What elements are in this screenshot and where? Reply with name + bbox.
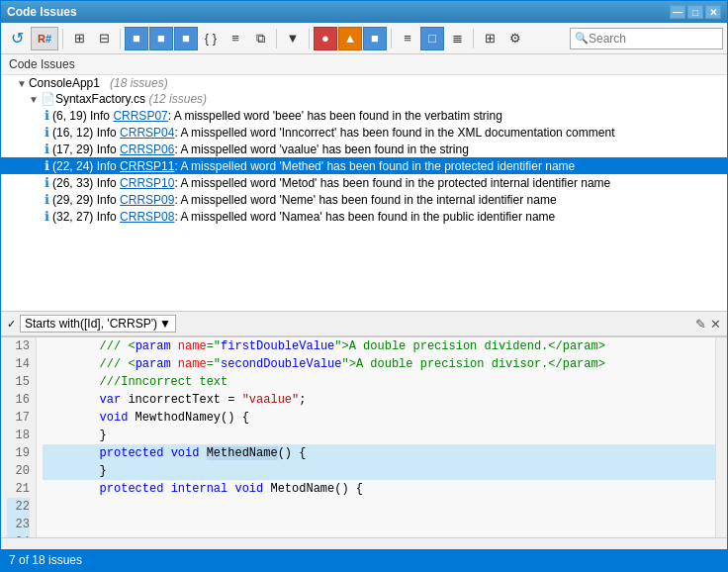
code-panel: 13 14 15 16 17 18 19 20 21 22 23 24 25 2… — [1, 336, 727, 549]
filter-button[interactable]: ▼ — [281, 27, 305, 50]
view-btn-5[interactable]: ≡ — [224, 27, 247, 50]
resharper-button[interactable]: R# — [31, 27, 58, 50]
close-button[interactable]: ✕ — [705, 5, 721, 19]
file-count: (12 issues) — [148, 92, 207, 106]
filter-label: Starts with([Id], 'CRRSP') — [25, 317, 157, 331]
view-btn-6[interactable]: ⧉ — [248, 27, 272, 50]
code-line-24: } — [43, 462, 715, 480]
code-line-22: protected void MethedName() { — [43, 444, 715, 462]
issue-row-2[interactable]: ℹ (17, 29) Info CRRSP06 : A misspelled w… — [1, 141, 727, 157]
issue-code-2[interactable]: CRRSP06 — [120, 143, 174, 156]
view-btn-1[interactable]: ■ — [125, 27, 148, 50]
filter-dropdown-arrow: ▼ — [159, 317, 171, 331]
sep2 — [120, 29, 121, 48]
issue-level-5: Info — [97, 193, 120, 207]
info-icon-2: ℹ — [45, 142, 49, 156]
filter-bar: ✓ Starts with([Id], 'CRRSP') ▼ ✎ ✕ — [1, 311, 727, 336]
issue-code-6[interactable]: CRRSP08 — [120, 210, 174, 224]
filter-check: ✓ — [7, 318, 16, 331]
issue-text-2: : A misspelled word 'vaalue' has been fo… — [174, 143, 468, 156]
code-line-13: /// <param name="firstDoubleValue">A dou… — [43, 337, 715, 355]
issue-text-4: : A misspelled word 'Metod' has been fou… — [174, 176, 610, 190]
search-box: 🔍 — [570, 28, 723, 49]
vertical-scrollbar[interactable] — [715, 337, 727, 537]
minimize-button[interactable]: — — [670, 5, 685, 19]
issue-location-0: (6, 19) — [52, 109, 90, 123]
sep3 — [276, 29, 277, 48]
layout-btn-2[interactable]: □ — [420, 27, 444, 50]
issue-text-6: : A misspelled word 'Namea' has been fou… — [174, 210, 555, 224]
sep6 — [473, 29, 474, 48]
info-icon-4: ℹ — [45, 175, 49, 190]
code-line-14: /// <param name="secondDoubleValue">A do… — [43, 355, 715, 373]
issue-location-5: (29, 29) — [52, 193, 97, 207]
issue-code-3[interactable]: CRRSP11 — [120, 159, 174, 173]
issue-code-0[interactable]: CRRSP07 — [113, 109, 167, 123]
warning-button[interactable]: ▲ — [338, 27, 362, 50]
file-arrow: ▼ — [29, 94, 39, 105]
issue-text-1: : A misspelled word 'Inncorrect' has bee… — [174, 126, 614, 140]
issue-location-3: (22, 24) — [52, 159, 97, 173]
issue-row-0[interactable]: ℹ (6, 19) Info CRRSP07 : A misspelled wo… — [1, 107, 727, 124]
issue-code-1[interactable]: CRRSP04 — [120, 126, 174, 140]
issue-level-4: Info — [97, 176, 120, 190]
issue-text-0: : A misspelled word 'beee' has been foun… — [168, 109, 502, 123]
code-line-16: ///Inncorrect text — [43, 373, 715, 391]
refresh-button[interactable]: ↺ — [5, 27, 29, 50]
view-btn-2[interactable]: ■ — [149, 27, 173, 50]
tree-root[interactable]: ▼ ConsoleApp1 (18 issues) — [1, 75, 727, 91]
prev-button[interactable]: ⊞ — [67, 27, 91, 50]
status-text: 7 of 18 issues — [9, 553, 82, 567]
issue-code-4[interactable]: CRRSP10 — [120, 176, 174, 190]
filter-edit-button[interactable]: ✎ — [695, 317, 706, 332]
layout-buttons: ≡ □ ≣ — [396, 27, 469, 50]
view-btn-4[interactable]: { } — [199, 27, 223, 50]
next-button[interactable]: ⊟ — [92, 27, 116, 50]
issues-panel[interactable]: ▼ ConsoleApp1 (18 issues) ▼ 📄 SyntaxFact… — [1, 75, 727, 311]
error-button[interactable]: ● — [314, 27, 337, 50]
issue-row-1[interactable]: ℹ (16, 12) Info CRRSP04 : A misspelled w… — [1, 124, 727, 141]
filter-actions: ✎ ✕ — [695, 317, 721, 332]
export-button[interactable]: ⊞ — [478, 27, 501, 50]
issue-level-2: Info — [97, 143, 120, 156]
info-icon-3: ℹ — [45, 158, 49, 173]
info-icon-6: ℹ — [45, 209, 49, 224]
issue-code-5[interactable]: CRRSP09 — [120, 193, 174, 207]
tree-file[interactable]: ▼ 📄 SyntaxFactory.cs (12 issues) — [1, 91, 727, 107]
search-input[interactable] — [589, 32, 707, 46]
view-btn-3[interactable]: ■ — [174, 27, 198, 50]
filter-dropdown[interactable]: Starts with([Id], 'CRRSP') ▼ — [20, 315, 176, 333]
code-lines: /// <param name="firstDoubleValue">A dou… — [37, 337, 715, 537]
gear-button[interactable]: ⚙ — [503, 27, 527, 50]
issue-row-5[interactable]: ℹ (29, 29) Info CRRSP09 : A misspelled w… — [1, 191, 727, 208]
issue-row-6[interactable]: ℹ (32, 27) Info CRRSP08 : A misspelled w… — [1, 208, 727, 225]
horizontal-scrollbar[interactable] — [1, 537, 727, 549]
title-bar-buttons: — □ ✕ — [670, 5, 721, 19]
info-icon-5: ℹ — [45, 192, 49, 207]
code-line-26: protected internal void MetodName() { — [43, 480, 715, 498]
root-arrow: ▼ — [17, 78, 27, 89]
layout-btn-1[interactable]: ≡ — [396, 27, 419, 50]
code-line-20: } — [43, 427, 715, 444]
file-label: SyntaxFactory.cs — [55, 92, 145, 106]
nav-buttons: ⊞ ⊟ — [67, 27, 116, 50]
issue-text-3: : A misspelled word 'Methed' has been fo… — [174, 159, 575, 173]
toolbar: ↺ R# ⊞ ⊟ ■ ■ ■ { } ≡ ⧉ ▼ ● ▲ ■ ≡ □ ≣ — [1, 23, 727, 54]
code-content[interactable]: 13 14 15 16 17 18 19 20 21 22 23 24 25 2… — [1, 337, 727, 537]
code-line-17: var incorrectText = "vaalue"; — [43, 391, 715, 409]
issue-row-4[interactable]: ℹ (26, 33) Info CRRSP10 : A misspelled w… — [1, 174, 727, 191]
layout-btn-3[interactable]: ≣ — [445, 27, 469, 50]
issue-level-1: Info — [97, 126, 120, 140]
severity-buttons: ● ▲ ■ — [314, 27, 387, 50]
title-text: Code Issues — [7, 5, 670, 19]
section-header: Code Issues — [1, 54, 727, 75]
filter-close-button[interactable]: ✕ — [710, 317, 721, 332]
line-numbers: 13 14 15 16 17 18 19 20 21 22 23 24 25 2… — [1, 337, 37, 537]
status-bar: 7 of 18 issues — [1, 549, 727, 571]
issue-location-1: (16, 12) — [52, 126, 97, 140]
issue-text-5: : A misspelled word 'Neme' has been foun… — [174, 193, 556, 207]
info-button[interactable]: ■ — [363, 27, 387, 50]
maximize-button[interactable]: □ — [687, 5, 703, 19]
info-icon-1: ℹ — [45, 125, 49, 140]
issue-row-3[interactable]: ℹ (22, 24) Info CRRSP11 : A misspelled w… — [1, 157, 727, 174]
